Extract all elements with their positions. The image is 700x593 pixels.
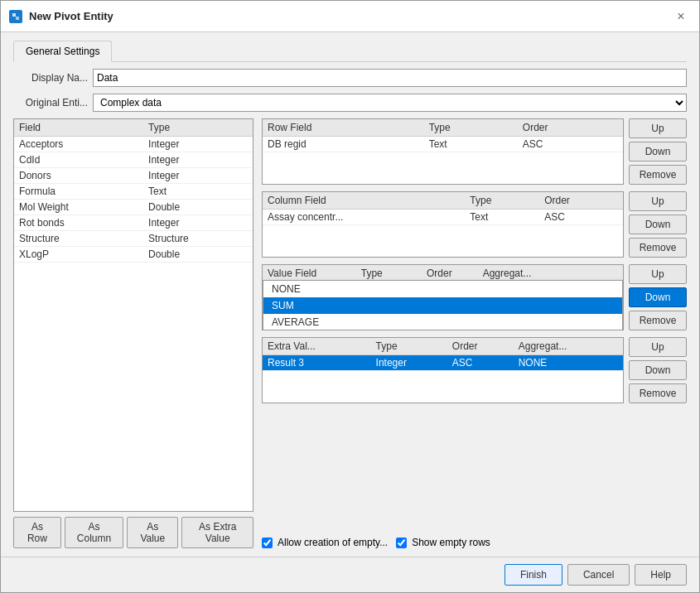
help-button[interactable]: Help xyxy=(635,564,687,586)
column-table: Column Field Type Order Assay concentr..… xyxy=(263,192,623,225)
extra-type-header: Type xyxy=(371,338,447,355)
column-section-btns: Up Down Remove xyxy=(629,191,687,258)
col-order-cell: ASC xyxy=(539,210,623,225)
col-up-button[interactable]: Up xyxy=(629,191,687,211)
dialog-title: New Pivot Entity xyxy=(29,10,113,22)
extra-value-table: Extra Val... Type Order Aggregat... Resu… xyxy=(263,338,623,371)
agg-option-sum[interactable]: SUM xyxy=(263,297,622,314)
extra-field-cell: Result 3 xyxy=(263,355,371,371)
extra-remove-button[interactable]: Remove xyxy=(629,383,687,403)
aggregate-dropdown: NONE SUM AVERAGE MAX MIN xyxy=(263,280,623,330)
row-table-container: Row Field Type Order DB regid Text xyxy=(262,118,624,185)
table-row[interactable]: Mol WeightDouble xyxy=(14,200,253,215)
as-row-button[interactable]: As Row xyxy=(13,517,61,548)
table-row[interactable]: DonorsInteger xyxy=(14,168,253,184)
agg-option-average[interactable]: AVERAGE xyxy=(263,314,622,330)
show-empty-rows-label[interactable]: Show empty rows xyxy=(396,537,490,548)
field-cell: Formula xyxy=(14,184,143,200)
row-field-cell: DB regid xyxy=(263,137,424,152)
extra-value-section-btns: Up Down Remove xyxy=(629,337,687,403)
field-cell: CdId xyxy=(14,152,143,168)
original-entity-label: Original Enti... xyxy=(13,97,88,108)
settings-panel: Display Na... Original Enti... Complex d… xyxy=(13,69,687,548)
type-col-header: Type xyxy=(143,119,253,137)
show-empty-rows-text: Show empty rows xyxy=(412,537,490,548)
val-up-button[interactable]: Up xyxy=(629,264,687,284)
field-cell: Mol Weight xyxy=(14,200,143,215)
allow-empty-label[interactable]: Allow creation of empty... xyxy=(262,537,388,548)
val-remove-button[interactable]: Remove xyxy=(629,311,687,330)
value-section-btns: Up Down Remove xyxy=(629,264,687,330)
value-table: Value Field Type Order Aggregat... Resul… xyxy=(263,265,623,316)
col-order-header: Order xyxy=(539,192,623,210)
row-remove-button[interactable]: Remove xyxy=(629,165,687,185)
type-cell: Integer xyxy=(143,168,253,184)
extra-down-button[interactable]: Down xyxy=(629,360,687,380)
tab-general-settings[interactable]: General Settings xyxy=(13,41,112,62)
row-order-cell: ASC xyxy=(518,137,623,152)
field-table: Field Type AcceptorsIntegerCdIdIntegerDo… xyxy=(14,119,253,263)
original-entity-select[interactable]: Complex data xyxy=(93,94,687,112)
field-cell: Structure xyxy=(14,231,143,247)
display-name-input[interactable] xyxy=(93,69,687,87)
field-table-container: Field Type AcceptorsIntegerCdIdIntegerDo… xyxy=(13,118,253,512)
cancel-button[interactable]: Cancel xyxy=(567,564,630,586)
svg-rect-0 xyxy=(12,13,16,17)
row-up-button[interactable]: Up xyxy=(629,118,687,138)
as-value-button[interactable]: As Value xyxy=(127,517,178,548)
row-type-cell: Text xyxy=(424,137,518,152)
col-type-header: Type xyxy=(465,192,539,210)
row-field-header: Row Field xyxy=(263,119,424,137)
extra-value-table-container: Extra Val... Type Order Aggregat... Resu… xyxy=(262,337,624,403)
new-pivot-entity-dialog: New Pivot Entity × General Settings Disp… xyxy=(0,0,700,593)
table-row[interactable]: DB regid Text ASC xyxy=(263,137,623,152)
extra-agg-header: Aggregat... xyxy=(514,338,623,355)
column-section: Column Field Type Order Assay concentr..… xyxy=(262,191,687,258)
extra-order-header: Order xyxy=(447,338,514,355)
bottom-row: Allow creation of empty... Show empty ro… xyxy=(262,537,687,548)
display-name-label: Display Na... xyxy=(13,72,88,84)
field-cell: XLogP xyxy=(14,247,143,263)
action-btn-row: As Row As Column As Value As Extra Value xyxy=(13,517,253,548)
original-entity-row: Original Enti... Complex data xyxy=(13,94,687,112)
val-down-button[interactable]: Down xyxy=(629,287,687,307)
agg-option-none[interactable]: NONE xyxy=(263,281,622,297)
close-button[interactable]: × xyxy=(671,7,691,27)
col-down-button[interactable]: Down xyxy=(629,215,687,234)
table-row[interactable]: XLogPDouble xyxy=(14,247,253,263)
value-table-container: Value Field Type Order Aggregat... Resul… xyxy=(262,264,624,330)
main-content: Field Type AcceptorsIntegerCdIdIntegerDo… xyxy=(13,118,687,548)
row-section-btns: Up Down Remove xyxy=(629,118,687,185)
col-remove-button[interactable]: Remove xyxy=(629,238,687,258)
allow-empty-text: Allow creation of empty... xyxy=(278,537,388,548)
table-row[interactable]: StructureStructure xyxy=(14,231,253,247)
allow-empty-checkbox[interactable] xyxy=(262,538,273,548)
table-row[interactable]: Assay concentr... Text ASC xyxy=(263,210,623,225)
as-extra-value-button[interactable]: As Extra Value xyxy=(181,517,253,548)
display-name-row: Display Na... xyxy=(13,69,687,87)
row-section: Row Field Type Order DB regid Text xyxy=(262,118,687,185)
extra-value-section: Extra Val... Type Order Aggregat... Resu… xyxy=(262,337,687,403)
extra-order-cell: ASC xyxy=(447,355,514,371)
table-row[interactable]: Result 3 Integer ASC NONE xyxy=(263,355,623,371)
table-row[interactable]: Rot bondsInteger xyxy=(14,215,253,231)
tab-bar: General Settings xyxy=(13,41,687,62)
type-cell: Structure xyxy=(143,231,253,247)
table-row[interactable]: CdIdInteger xyxy=(14,152,253,168)
show-empty-rows-checkbox[interactable] xyxy=(396,538,407,548)
extra-up-button[interactable]: Up xyxy=(629,337,687,357)
finish-button[interactable]: Finish xyxy=(504,564,562,586)
extra-type-cell: Integer xyxy=(371,355,447,371)
dialog-body: General Settings Display Na... Original … xyxy=(1,32,699,557)
table-row[interactable]: FormulaText xyxy=(14,184,253,200)
table-row[interactable]: Result 1 Integer ASC NONE NONE xyxy=(263,282,623,300)
field-cell: Donors xyxy=(14,168,143,184)
row-down-button[interactable]: Down xyxy=(629,142,687,162)
table-row[interactable]: AcceptorsInteger xyxy=(14,137,253,152)
right-panel: Row Field Type Order DB regid Text xyxy=(262,118,687,548)
as-column-button[interactable]: As Column xyxy=(65,517,123,548)
dialog-footer: Finish Cancel Help xyxy=(1,557,699,592)
column-table-container: Column Field Type Order Assay concentr..… xyxy=(262,191,624,258)
left-panel: Field Type AcceptorsIntegerCdIdIntegerDo… xyxy=(13,118,253,548)
col-field-cell: Assay concentr... xyxy=(263,210,465,225)
